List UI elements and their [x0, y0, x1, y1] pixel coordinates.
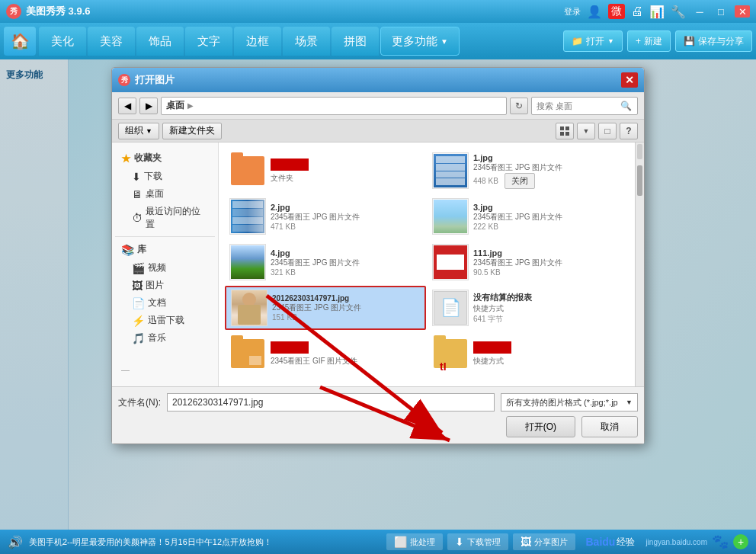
svg-rect-4	[560, 126, 564, 130]
preview-button[interactable]: □	[598, 123, 617, 139]
new-folder-button[interactable]: 新建文件夹	[162, 123, 222, 139]
file-item-shortcut[interactable]: 📄 没有结算的报表 快捷方式 641 字节	[428, 286, 629, 330]
login-link[interactable]: 登录	[564, 6, 581, 18]
sidebar-item-video[interactable]: 🎬 视频	[115, 259, 215, 277]
file-item-1jpg[interactable]: 1.jpg 2345看图王 JPG 图片文件 448 KB 关闭	[428, 149, 629, 193]
open-button[interactable]: 📁 打开 ▼	[563, 30, 623, 52]
sidebar-item-thunder[interactable]: ⚡ 迅雷下载	[115, 312, 215, 329]
pictures-icon: 🖼	[132, 280, 143, 292]
file-item-selected-jpg[interactable]: 201262303147971.jpg 2345看图王 JPG 图片文件 151…	[225, 286, 426, 330]
sidebar-divider-1	[115, 236, 215, 237]
thumb-4jpg	[229, 244, 266, 280]
app-logo: 秀	[6, 4, 21, 19]
file-item-2jpg[interactable]: 2.jpg 2345看图王 JPG 图片文件 471 KB	[225, 194, 426, 239]
file-item-111jpg[interactable]: 111.jpg 2345看图王 JPG 图片文件 90.5 KB	[428, 240, 629, 284]
dialog-app-icon: 秀	[118, 74, 130, 86]
home-button[interactable]: 🏠	[4, 27, 36, 56]
tab-beauty[interactable]: 美化	[39, 27, 86, 56]
open-dropdown-icon: ▼	[607, 37, 614, 45]
toolbar-icon-3[interactable]: 🔧	[671, 5, 686, 19]
file-info-1jpg: 1.jpg 2345看图王 JPG 图片文件 448 KB 关闭	[473, 153, 624, 189]
save-share-button[interactable]: 💾 保存与分享	[675, 30, 752, 52]
more-dropdown-icon: ▼	[440, 37, 448, 46]
view-controls: ▼ □ ?	[556, 123, 638, 139]
dialog-title-bar: 秀 打开图片 ✕	[112, 68, 644, 92]
filename-label: 文件名(N):	[118, 396, 161, 409]
star-icon: ★	[121, 152, 131, 165]
tab-border[interactable]: 边框	[234, 27, 281, 56]
title-bar-left: 秀 美图秀秀 3.9.6	[6, 4, 91, 19]
sound-icon: 🔊	[8, 535, 23, 549]
help-icon: ?	[626, 126, 631, 136]
tab-text[interactable]: 文字	[185, 27, 232, 56]
breadcrumb-bar[interactable]: 桌面 ▶	[161, 97, 507, 115]
svg-rect-7	[565, 132, 569, 136]
scrollbar[interactable]	[635, 143, 644, 386]
baidu-jingyan: 经验	[617, 536, 635, 549]
maximize-button[interactable]: □	[713, 5, 729, 18]
back-button[interactable]: ◀	[118, 98, 136, 114]
thumb-shortcut2	[432, 335, 469, 372]
file-info-4jpg: 4.jpg 2345看图王 JPG 图片文件 321 KB	[271, 248, 421, 277]
shortcut-symbol: 📄	[440, 298, 461, 318]
file-item-shortcut2[interactable]: 快捷方式	[428, 331, 629, 376]
tab-skincare[interactable]: 美容	[88, 27, 135, 56]
search-input[interactable]	[537, 101, 620, 110]
sidebar-item-recent[interactable]: ⏱ 最近访问的位置	[115, 203, 215, 233]
preview-icon: □	[604, 126, 610, 136]
search-icon[interactable]: 🔍	[620, 101, 632, 111]
new-button[interactable]: + 新建	[627, 30, 671, 52]
refresh-button[interactable]: ↻	[510, 98, 528, 114]
breadcrumb-text: 桌面	[166, 99, 184, 112]
search-bar: 🔍	[531, 97, 638, 115]
view-dropdown-button[interactable]: ▼	[577, 123, 595, 139]
sidebar-item-desktop[interactable]: 🖥 桌面	[115, 185, 215, 203]
download-manager-button[interactable]: ⬇ 下载管理	[447, 533, 508, 550]
sidebar-more: —	[115, 362, 215, 377]
file-item-folder-red[interactable]: 文件夹	[225, 149, 426, 193]
tab-accessories[interactable]: 饰品	[136, 27, 184, 56]
cancel-button[interactable]: 取消	[581, 416, 638, 437]
tab-more[interactable]: 更多功能 ▼	[380, 27, 460, 56]
organize-button[interactable]: 组织 ▼	[118, 123, 159, 139]
filetype-select[interactable]: 所有支持的图片格式 (*.jpg;*.jp ▼	[501, 393, 638, 411]
file-info-shortcut2: 快捷方式	[473, 341, 624, 367]
forward-button[interactable]: ▶	[139, 98, 158, 114]
sidebar-item-music[interactable]: 🎵 音乐	[115, 329, 215, 347]
help-button[interactable]: ?	[620, 123, 638, 139]
minimize-button[interactable]: ─	[692, 5, 707, 18]
file-item-3jpg[interactable]: 3.jpg 2345看图王 JPG 图片文件 222 KB	[428, 194, 629, 239]
docs-icon: 📄	[132, 297, 145, 309]
batch-button[interactable]: ⬜ 批处理	[386, 533, 443, 550]
view-grid-button[interactable]	[556, 123, 574, 139]
toolbar-icon-1[interactable]: 🖨	[631, 5, 643, 18]
file-item-gif[interactable]: 2345看图王 GIF 图片文件	[225, 331, 426, 376]
plus-icon: +	[636, 36, 641, 46]
filename-input[interactable]	[167, 393, 495, 411]
title-bar: 秀 美图秀秀 3.9.6 登录 👤 微 🖨 📊 🔧 ─ □ ✕	[0, 0, 756, 23]
title-bar-right: 登录 👤 微 🖨 📊 🔧 ─ □ ✕	[564, 4, 750, 19]
sidebar-item-docs[interactable]: 📄 文档	[115, 294, 215, 312]
dialog-footer: 文件名(N): 所有支持的图片格式 (*.jpg;*.jp ▼ 打开(O) 取消	[112, 386, 644, 444]
sidebar-item-download[interactable]: ⬇ 下载	[115, 168, 215, 185]
thumb-gif	[229, 335, 266, 372]
open-file-button[interactable]: 打开(O)	[506, 416, 575, 437]
weibo-icon: 微	[608, 4, 625, 19]
dialog-close-button[interactable]: ✕	[621, 72, 638, 88]
close-near-jpg-button[interactable]: 关闭	[505, 173, 535, 189]
thumb-person-jpg	[231, 290, 267, 326]
share-pictures-button[interactable]: 🖼 分享图片	[513, 533, 575, 550]
dialog-actions: 组织 ▼ 新建文件夹 ▼ □ ?	[112, 120, 644, 143]
folder-icon: 📁	[572, 36, 583, 46]
save-icon: 💾	[684, 36, 695, 46]
refresh-icon: ↻	[515, 101, 523, 111]
svg-rect-5	[565, 126, 569, 130]
thumb-111jpg	[432, 244, 469, 280]
file-item-4jpg[interactable]: 4.jpg 2345看图王 JPG 图片文件 321 KB	[225, 240, 426, 284]
toolbar-icon-2[interactable]: 📊	[649, 5, 665, 19]
tab-collage[interactable]: 拼图	[332, 27, 379, 56]
green-plus-icon[interactable]: +	[733, 534, 748, 549]
tab-scene[interactable]: 场景	[283, 27, 330, 56]
sidebar-item-pictures[interactable]: 🖼 图片	[115, 277, 215, 294]
close-button[interactable]: ✕	[735, 5, 750, 18]
